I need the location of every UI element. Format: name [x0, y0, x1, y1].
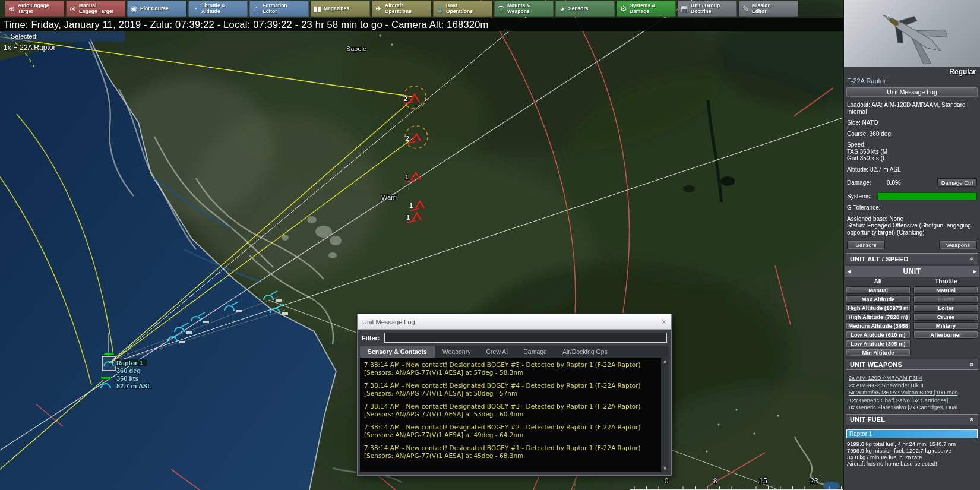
- toolbar-button-unit-group-doctrine[interactable]: ▤Unit / Group Doctrine: [678, 1, 737, 17]
- toolbar-button-magazines[interactable]: ▮▮Magazines: [311, 1, 370, 17]
- alt-button-low-altitude-305-m[interactable]: Low Altitude (305 m): [846, 340, 911, 347]
- filter-input[interactable]: [384, 333, 667, 343]
- scroll-down-icon[interactable]: ∨: [663, 465, 667, 471]
- alt-button-max-altitude[interactable]: Max Altitude: [846, 295, 911, 303]
- collapse-icon[interactable]: «: [969, 257, 976, 260]
- throttle-gauge-icon: ◔: [191, 5, 200, 12]
- close-icon[interactable]: ×: [662, 318, 666, 326]
- scrollbar[interactable]: ∧ ∨: [661, 358, 669, 472]
- log-message: 7:38:14 AM - New contact! Designated BOG…: [364, 444, 657, 459]
- loadout-text: Loadout: A/A: AIM-120D AMRAAM, Standard …: [847, 102, 977, 115]
- toolbar-button-systems-damage[interactable]: ⚙Systems & Damage: [617, 1, 676, 17]
- unit-photo: [844, 0, 980, 67]
- lagoon: [823, 482, 840, 490]
- collapse-icon[interactable]: «: [969, 362, 976, 366]
- throttle-button-afterburner[interactable]: Afterburner: [913, 331, 978, 339]
- toolbar-button-sensors[interactable]: ◕Sensors: [555, 1, 615, 17]
- tab-air-docking-ops[interactable]: Air/Docking Ops: [555, 346, 615, 358]
- unit-name-link[interactable]: F-22A Raptor: [847, 77, 886, 84]
- throttle-button-manual[interactable]: Manual: [913, 286, 978, 294]
- throttle-button-military[interactable]: Military: [913, 322, 978, 330]
- map-place-label: Warri: [381, 194, 397, 201]
- alt-button-low-altitude-610-m[interactable]: Low Altitude (610 m): [846, 331, 911, 339]
- alt-button-min-altitude[interactable]: Min Altitude: [846, 349, 911, 356]
- toolbar-button-mounts-weapons[interactable]: ⇈Mounts & Weapons: [494, 1, 554, 17]
- weapon-link-12x-generic-chaff-salvo-5x-cartr[interactable]: 12x Generic Chaff Salvo [5x Cartridges]: [849, 397, 975, 404]
- throttle-button-hover: Hover: [913, 295, 978, 303]
- alt-button-high-altitude-10973-m[interactable]: High Altitude (10973 m: [846, 304, 911, 312]
- unit-label-dash: [203, 321, 209, 323]
- time-text: Time: Friday, January 11, 2019 - Zulu: 0…: [4, 19, 488, 30]
- empty-cell: [913, 340, 978, 347]
- contact-count: 2: [406, 135, 409, 142]
- alt-throttle-column-headers: Alt Throttle: [844, 278, 980, 286]
- weapon-link-5x-20mm-85-m61a2-vulcan-burst-10[interactable]: 5x 20mm/85 M61A2 Vulcan Burst [100 rnds: [849, 389, 975, 397]
- sensors-button[interactable]: Sensors: [847, 241, 885, 249]
- weapon-link-2x-aim-120d-amraam-p3i-4[interactable]: 2x AIM-120D AMRAAM P3I 4: [849, 374, 975, 382]
- tab-weaponry[interactable]: Weaponry: [435, 346, 479, 358]
- filter-row: Filter:: [358, 330, 671, 345]
- systems-health-bar: [877, 192, 977, 200]
- unit-message-log-button[interactable]: Unit Message Log: [846, 87, 978, 97]
- tab-sensory-contacts[interactable]: Sensory & Contacts: [360, 346, 435, 358]
- tab-damage[interactable]: Damage: [516, 346, 555, 358]
- message-log-tabs: Sensory & ContactsWeaponryCrew AIDamageA…: [360, 346, 669, 358]
- fuel-selected-unit[interactable]: Raptor 1: [847, 430, 977, 438]
- contact-count: 1: [409, 202, 413, 209]
- unit-course-label: 360 deg: [116, 367, 141, 374]
- plot-course-icon: ◉: [129, 5, 138, 12]
- tab-crew-ai[interactable]: Crew AI: [478, 346, 516, 358]
- alt-button-manual[interactable]: Manual: [846, 286, 911, 294]
- toolbar-button-boat-operations[interactable]: ⚓Boat Operations: [433, 1, 492, 17]
- gear-icon: ⚙: [619, 5, 628, 12]
- time-bar: Time: Friday, January 11, 2019 - Zulu: 0…: [0, 18, 843, 31]
- auto-engage-crosshair-icon: ⊕: [7, 5, 16, 12]
- alt-button-medium-altitude-3658[interactable]: Medium Altitude (3658: [846, 322, 911, 330]
- unit-weapons-header[interactable]: UNIT WEAPONS «: [846, 359, 978, 370]
- toolbar-button-label: Mounts & Weapons: [507, 3, 530, 15]
- toolbar-button-label: Formation Editor: [263, 3, 287, 15]
- toolbar-button-label: Systems & Damage: [630, 3, 655, 15]
- throttle-button-loiter[interactable]: Loiter: [913, 304, 978, 312]
- prev-unit-icon[interactable]: ◄: [845, 268, 853, 274]
- weapon-link-8x-generic-flare-salvo-3x-cartri[interactable]: 8x Generic Flare Salvo [3x Cartridges, D…: [849, 404, 975, 412]
- collapse-icon[interactable]: «: [969, 418, 976, 421]
- toolbar-button-mission-editor[interactable]: ✎Mission Editor: [739, 1, 798, 17]
- boat-icon: ⚓: [435, 5, 444, 12]
- toolbar-button-plot-course[interactable]: ◉Plot Course: [127, 1, 186, 17]
- alt-column-label: Alt: [844, 278, 912, 286]
- message-list: 7:38:14 AM - New contact! Designated BOG…: [364, 361, 657, 459]
- toolbar-button-throttle-altitude[interactable]: ◔Throttle & Altitude: [188, 1, 248, 17]
- toolbar-button-label: Magazines: [324, 6, 349, 12]
- toolbar-button-auto-engage-target[interactable]: ⊕Auto Engage Target: [5, 1, 64, 17]
- toolbar-button-aircraft-operations[interactable]: ✈Aircraft Operations: [372, 1, 431, 17]
- unit-alt-speed-header[interactable]: UNIT ALT / SPEED «: [846, 253, 978, 264]
- magazines-ammo-icon: ▮▮: [313, 5, 322, 12]
- weapons-button[interactable]: Weapons: [939, 241, 977, 249]
- toolbar-button-manual-engage-target[interactable]: ⊗Manual Engage Target: [66, 1, 125, 17]
- scroll-up-icon[interactable]: ∧: [663, 359, 667, 365]
- log-message: 7:38:14 AM - New contact! Designated BOG…: [364, 382, 657, 397]
- selected-label: Selected:: [0, 31, 125, 42]
- throttle-button-cruise[interactable]: Cruise: [913, 313, 978, 321]
- contact-count: 1: [406, 214, 410, 221]
- fuel-info: 9199.6 kg total fuel, 4 hr 24 min, 1540.…: [847, 441, 977, 467]
- doctrine-document-icon: ▤: [680, 5, 689, 12]
- unit-fuel-header[interactable]: UNIT FUEL «: [846, 414, 978, 425]
- ruler-distance-label: 0: [665, 477, 669, 485]
- log-message: 7:38:14 AM - New contact! Designated BOG…: [364, 361, 657, 376]
- alt-button-high-altitude-7620-m[interactable]: High Altitude (7620 m): [846, 313, 911, 321]
- weapon-link-2x-aim-9x-2-sidewinder-blk-ii[interactable]: 2x AIM-9X-2 Sidewinder Blk II: [849, 382, 975, 390]
- next-unit-icon[interactable]: ►: [970, 268, 979, 274]
- status-text: Status: Engaged Offensive (Shotgun, enga…: [847, 222, 977, 236]
- dialog-title-bar[interactable]: Unit Message Log ×: [358, 314, 671, 330]
- fuel-info-line: Aircraft has no home base selected!: [847, 460, 977, 467]
- damage-ctrl-button[interactable]: Damage Ctrl: [937, 178, 977, 187]
- toolbar-button-label: Throttle & Altitude: [201, 3, 225, 15]
- unit-label-dash: [236, 310, 242, 312]
- toolbar-button-label: Manual Engage Target: [79, 3, 113, 15]
- toolbar-button-label: Auto Engage Target: [18, 3, 49, 15]
- ruler-distance-label: 23: [810, 477, 818, 485]
- toolbar-button-formation-editor[interactable]: ∴Formation Editor: [249, 1, 309, 17]
- manual-engage-crosshair-icon: ⊗: [68, 5, 77, 12]
